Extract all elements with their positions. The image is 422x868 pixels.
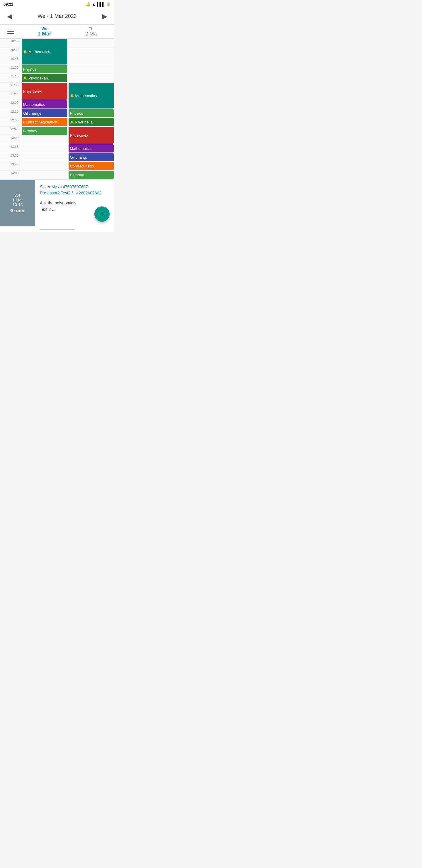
day-num-thu: 2 Ma <box>85 31 97 37</box>
time-label: 12:00 <box>0 100 21 109</box>
time-row-bg <box>68 65 115 74</box>
battery-icon: 🔋 <box>106 2 111 6</box>
next-button[interactable]: ▶ <box>99 10 111 22</box>
event-label: Birthday <box>23 129 66 133</box>
next-icon: ▶ <box>102 12 107 20</box>
event-label: Physics-la. <box>75 120 112 124</box>
time-row-bg <box>21 153 68 162</box>
time-label: 12:45 <box>0 127 21 135</box>
time-gutter: 10:1510:3010:4511:0011:1511:3011:4512:00… <box>0 39 21 180</box>
bottom-handle <box>0 226 114 232</box>
wifi-icon: ▲ <box>92 2 96 6</box>
event-we-physlab[interactable]: 🔔Physics-lab. <box>22 74 67 82</box>
event-label: Oil change <box>23 111 66 116</box>
time-label: 12:30 <box>0 118 21 127</box>
event-th-oil[interactable]: Oil chang. <box>69 153 114 161</box>
time-row-bg <box>68 39 115 48</box>
event-th-math2[interactable]: Mathematics <box>69 144 114 153</box>
bell-icon: 🔔 <box>70 94 74 98</box>
bell-icon: 🔔 <box>70 120 74 124</box>
notification-icon: 🔔 <box>86 2 91 6</box>
event-label: Contract nego. <box>70 164 112 168</box>
fab-button[interactable]: + <box>94 207 109 222</box>
event-we-bday[interactable]: Birthday <box>22 127 67 135</box>
handle-bar <box>39 229 75 230</box>
event-we-physex[interactable]: Physics-ex. <box>22 83 67 100</box>
day-name-thu: Th <box>89 26 93 31</box>
event-label: Physics-lab. <box>28 76 66 80</box>
event-th-phys[interactable]: Physics <box>69 109 114 117</box>
time-label: 10:45 <box>0 56 21 65</box>
event-we-math2[interactable]: Mathematics <box>22 100 67 108</box>
event-label: Physics <box>23 67 66 71</box>
detail-duration: 30 min. <box>9 208 26 214</box>
menu-button[interactable] <box>5 26 17 37</box>
time-label: 13:15 <box>0 144 21 153</box>
day-num-wed: 1 Mar <box>37 31 51 37</box>
event-label: Physics <box>70 111 112 116</box>
prev-icon: ◀ <box>7 12 12 20</box>
event-we-cont[interactable]: Contract negotiation <box>22 118 67 126</box>
detail-date: 1 Mar <box>12 198 23 202</box>
detail-contacts: Sister My / +47607607607Professor2 Test2… <box>40 184 109 196</box>
event-label: Mathematics <box>28 50 66 54</box>
bell-icon: 🔔 <box>23 76 27 80</box>
calendar-grid: 10:1510:3010:4511:0011:1511:3011:4512:00… <box>0 39 114 180</box>
time-row-bg <box>68 74 115 83</box>
bell-icon: 🔔 <box>23 50 27 54</box>
top-nav: ◀ We - 1 Mar 2023 ▶ <box>0 8 114 25</box>
event-we-math[interactable]: 🔔Mathematics <box>22 39 67 64</box>
nav-title: We - 1 Mar 2023 <box>37 13 77 19</box>
day-name-wed: We <box>42 26 47 31</box>
status-icons: 🔔 ▲ ▌▌▌ 🔋 <box>86 2 111 6</box>
event-th-math[interactable]: 🔔Mathematics <box>69 83 114 108</box>
status-bar: 09:22 🔔 ▲ ▌▌▌ 🔋 <box>0 0 114 8</box>
day-header-wed[interactable]: We 1 Mar <box>21 25 68 38</box>
time-label: 13:00 <box>0 135 21 144</box>
day-columns: 🔔MathematicsPhysics🔔Physics-lab.Physics-… <box>21 39 114 180</box>
time-label: 12:15 <box>0 109 21 118</box>
time-row-bg <box>21 170 68 180</box>
event-label: Mathematics <box>70 146 112 151</box>
time-label: 11:00 <box>0 65 21 74</box>
time-label: 11:45 <box>0 92 21 100</box>
detail-left: We 1 Mar 10:15 30 min. <box>0 180 35 226</box>
time-row-bg <box>68 56 115 65</box>
event-label: Physics-ex. <box>23 89 66 94</box>
time-label: 14:00 <box>0 170 21 180</box>
event-we-phys[interactable]: Physics <box>22 65 67 73</box>
event-label: Contract negotiation <box>23 120 66 124</box>
day-header-row: We 1 Mar Th 2 Ma <box>0 25 114 39</box>
signal-icon: ▌▌▌ <box>97 2 105 6</box>
time-label: 11:15 <box>0 74 21 83</box>
time-label: 10:15 <box>0 39 21 48</box>
time-label: 13:45 <box>0 162 21 170</box>
event-th-cont[interactable]: Contract nego. <box>69 162 114 170</box>
event-label: Birthday <box>70 173 112 177</box>
day-header-thu[interactable]: Th 2 Ma <box>68 25 114 38</box>
detail-panel: We 1 Mar 10:15 30 min. Sister My / +4760… <box>0 180 114 226</box>
time-gutter-header <box>0 25 21 38</box>
time-label: 13:30 <box>0 153 21 162</box>
event-we-oil[interactable]: Oil change <box>22 109 67 117</box>
event-label: Mathematics <box>23 102 66 107</box>
fab-icon: + <box>100 209 104 219</box>
day-column-wed: 🔔MathematicsPhysics🔔Physics-lab.Physics-… <box>21 39 68 180</box>
time-row-bg <box>68 48 115 56</box>
detail-time: 10:15 <box>12 202 23 207</box>
status-time: 09:22 <box>3 2 13 6</box>
event-th-physex[interactable]: Physics-ex. <box>69 127 114 144</box>
time-row-bg <box>21 144 68 153</box>
event-label: Mathematics <box>75 94 112 98</box>
detail-day: We <box>15 193 21 198</box>
time-row-bg <box>21 162 68 170</box>
prev-button[interactable]: ◀ <box>3 10 15 22</box>
time-label: 11:30 <box>0 83 21 92</box>
event-th-physlab[interactable]: 🔔Physics-la. <box>69 118 114 126</box>
event-th-bday[interactable]: Birthday <box>69 170 114 179</box>
event-label: Physics-ex. <box>70 133 112 137</box>
day-column-thu: 🔔MathematicsPhysics🔔Physics-la.Physics-e… <box>68 39 115 180</box>
time-label: 10:30 <box>0 48 21 56</box>
time-row-bg <box>21 135 68 144</box>
event-label: Oil chang. <box>70 155 112 159</box>
